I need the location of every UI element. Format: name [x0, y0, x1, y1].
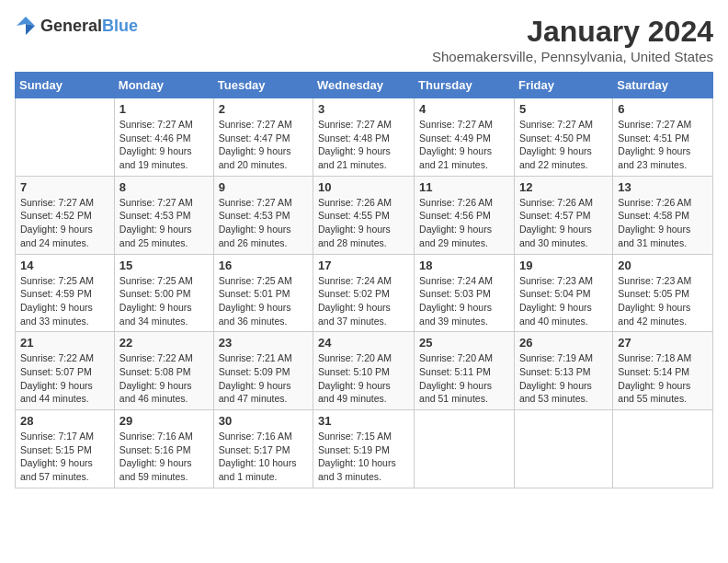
- day-number: 17: [318, 259, 409, 272]
- day-number: 1: [119, 102, 209, 116]
- day-header-saturday: Saturday: [613, 73, 713, 98]
- day-info: Sunrise: 7:27 AMSunset: 4:48 PMDaylight:…: [318, 118, 409, 172]
- day-number: 19: [519, 259, 608, 272]
- day-number: 18: [419, 259, 509, 272]
- logo-icon: [15, 15, 37, 37]
- calendar-cell: 14Sunrise: 7:25 AMSunset: 4:59 PMDayligh…: [16, 254, 115, 332]
- calendar-cell: 15Sunrise: 7:25 AMSunset: 5:00 PMDayligh…: [114, 254, 213, 332]
- day-number: 20: [618, 259, 708, 272]
- day-header-sunday: Sunday: [16, 73, 115, 98]
- calendar-cell: 28Sunrise: 7:17 AMSunset: 5:15 PMDayligh…: [16, 410, 115, 488]
- day-info: Sunrise: 7:25 AMSunset: 4:59 PMDaylight:…: [20, 274, 109, 328]
- calendar-cell: 25Sunrise: 7:20 AMSunset: 5:11 PMDayligh…: [415, 332, 515, 410]
- day-number: 30: [219, 414, 308, 428]
- day-number: 13: [618, 180, 708, 194]
- calendar-cell: 13Sunrise: 7:26 AMSunset: 4:58 PMDayligh…: [613, 176, 713, 254]
- calendar-cell: 8Sunrise: 7:27 AMSunset: 4:53 PMDaylight…: [114, 176, 213, 254]
- day-info: Sunrise: 7:20 AMSunset: 5:11 PMDaylight:…: [419, 351, 509, 406]
- day-info: Sunrise: 7:16 AMSunset: 5:16 PMDaylight:…: [119, 430, 209, 484]
- day-info: Sunrise: 7:15 AMSunset: 5:19 PMDaylight:…: [318, 430, 409, 484]
- title-area: January 2024 Shoemakersville, Pennsylvan…: [432, 15, 713, 64]
- day-header-thursday: Thursday: [415, 73, 515, 98]
- day-number: 26: [519, 336, 608, 350]
- day-number: 12: [519, 180, 608, 194]
- week-row-0: 1Sunrise: 7:27 AMSunset: 4:46 PMDaylight…: [16, 98, 713, 177]
- calendar-cell: 29Sunrise: 7:16 AMSunset: 5:16 PMDayligh…: [114, 410, 213, 488]
- month-title: January 2024: [432, 15, 713, 49]
- header: GeneralBlue January 2024 Shoemakersville…: [15, 15, 713, 64]
- calendar-cell: 18Sunrise: 7:24 AMSunset: 5:03 PMDayligh…: [415, 254, 515, 332]
- calendar-cell: 12Sunrise: 7:26 AMSunset: 4:57 PMDayligh…: [514, 176, 612, 254]
- calendar-cell: 20Sunrise: 7:23 AMSunset: 5:05 PMDayligh…: [613, 254, 713, 332]
- day-info: Sunrise: 7:22 AMSunset: 5:07 PMDaylight:…: [20, 351, 109, 406]
- day-info: Sunrise: 7:21 AMSunset: 5:09 PMDaylight:…: [219, 351, 308, 406]
- day-info: Sunrise: 7:27 AMSunset: 4:49 PMDaylight:…: [419, 118, 509, 172]
- calendar-cell: 3Sunrise: 7:27 AMSunset: 4:48 PMDaylight…: [313, 98, 415, 177]
- day-info: Sunrise: 7:25 AMSunset: 5:00 PMDaylight:…: [119, 274, 209, 328]
- day-number: 10: [318, 180, 409, 194]
- day-info: Sunrise: 7:20 AMSunset: 5:10 PMDaylight:…: [318, 351, 409, 406]
- calendar-cell: 10Sunrise: 7:26 AMSunset: 4:55 PMDayligh…: [313, 176, 415, 254]
- day-number: 2: [219, 102, 308, 116]
- day-header-tuesday: Tuesday: [213, 73, 313, 98]
- location-subtitle: Shoemakersville, Pennsylvania, United St…: [432, 49, 713, 64]
- day-info: Sunrise: 7:24 AMSunset: 5:02 PMDaylight:…: [318, 274, 409, 328]
- day-info: Sunrise: 7:24 AMSunset: 5:03 PMDaylight:…: [419, 274, 509, 328]
- day-number: 6: [618, 102, 708, 116]
- calendar-cell: 2Sunrise: 7:27 AMSunset: 4:47 PMDaylight…: [213, 98, 313, 177]
- day-info: Sunrise: 7:26 AMSunset: 4:56 PMDaylight:…: [419, 196, 509, 250]
- svg-marker-1: [26, 24, 35, 35]
- day-info: Sunrise: 7:16 AMSunset: 5:17 PMDaylight:…: [219, 430, 308, 484]
- day-number: 27: [618, 336, 708, 350]
- day-number: 28: [20, 414, 109, 428]
- calendar-cell: 16Sunrise: 7:25 AMSunset: 5:01 PMDayligh…: [213, 254, 313, 332]
- day-number: 21: [20, 336, 109, 350]
- header-row: SundayMondayTuesdayWednesdayThursdayFrid…: [16, 73, 713, 98]
- week-row-2: 14Sunrise: 7:25 AMSunset: 4:59 PMDayligh…: [16, 254, 713, 332]
- calendar-cell: 30Sunrise: 7:16 AMSunset: 5:17 PMDayligh…: [213, 410, 313, 488]
- day-number: 4: [419, 102, 509, 116]
- day-number: 9: [219, 180, 308, 194]
- day-number: 15: [119, 259, 209, 272]
- day-number: 22: [119, 336, 209, 350]
- day-header-wednesday: Wednesday: [313, 73, 415, 98]
- day-number: 5: [519, 102, 608, 116]
- week-row-3: 21Sunrise: 7:22 AMSunset: 5:07 PMDayligh…: [16, 332, 713, 410]
- day-number: 14: [20, 259, 109, 272]
- day-info: Sunrise: 7:19 AMSunset: 5:13 PMDaylight:…: [519, 351, 608, 406]
- day-info: Sunrise: 7:25 AMSunset: 5:01 PMDaylight:…: [219, 274, 308, 328]
- day-header-friday: Friday: [514, 73, 612, 98]
- calendar-table: SundayMondayTuesdayWednesdayThursdayFrid…: [15, 72, 713, 488]
- calendar-cell: 6Sunrise: 7:27 AMSunset: 4:51 PMDaylight…: [613, 98, 713, 177]
- week-row-4: 28Sunrise: 7:17 AMSunset: 5:15 PMDayligh…: [16, 410, 713, 488]
- calendar-cell: [16, 98, 115, 177]
- day-info: Sunrise: 7:27 AMSunset: 4:52 PMDaylight:…: [20, 196, 109, 250]
- day-number: 11: [419, 180, 509, 194]
- day-info: Sunrise: 7:26 AMSunset: 4:58 PMDaylight:…: [618, 196, 708, 250]
- day-number: 31: [318, 414, 409, 428]
- week-row-1: 7Sunrise: 7:27 AMSunset: 4:52 PMDaylight…: [16, 176, 713, 254]
- day-info: Sunrise: 7:27 AMSunset: 4:50 PMDaylight:…: [519, 118, 608, 172]
- day-info: Sunrise: 7:27 AMSunset: 4:53 PMDaylight:…: [119, 196, 209, 250]
- calendar-cell: 4Sunrise: 7:27 AMSunset: 4:49 PMDaylight…: [415, 98, 515, 177]
- calendar-cell: [415, 410, 515, 488]
- calendar-cell: 27Sunrise: 7:18 AMSunset: 5:14 PMDayligh…: [613, 332, 713, 410]
- day-info: Sunrise: 7:27 AMSunset: 4:47 PMDaylight:…: [219, 118, 308, 172]
- calendar-cell: 7Sunrise: 7:27 AMSunset: 4:52 PMDaylight…: [16, 176, 115, 254]
- day-number: 29: [119, 414, 209, 428]
- day-info: Sunrise: 7:23 AMSunset: 5:04 PMDaylight:…: [519, 274, 608, 328]
- day-header-monday: Monday: [114, 73, 213, 98]
- calendar-cell: [613, 410, 713, 488]
- calendar-cell: 22Sunrise: 7:22 AMSunset: 5:08 PMDayligh…: [114, 332, 213, 410]
- calendar-cell: 26Sunrise: 7:19 AMSunset: 5:13 PMDayligh…: [514, 332, 612, 410]
- day-info: Sunrise: 7:23 AMSunset: 5:05 PMDaylight:…: [618, 274, 708, 328]
- calendar-cell: 11Sunrise: 7:26 AMSunset: 4:56 PMDayligh…: [415, 176, 515, 254]
- day-number: 7: [20, 180, 109, 194]
- day-info: Sunrise: 7:26 AMSunset: 4:55 PMDaylight:…: [318, 196, 409, 250]
- day-info: Sunrise: 7:27 AMSunset: 4:46 PMDaylight:…: [119, 118, 209, 172]
- day-info: Sunrise: 7:26 AMSunset: 4:57 PMDaylight:…: [519, 196, 608, 250]
- day-number: 24: [318, 336, 409, 350]
- calendar-cell: 17Sunrise: 7:24 AMSunset: 5:02 PMDayligh…: [313, 254, 415, 332]
- day-info: Sunrise: 7:22 AMSunset: 5:08 PMDaylight:…: [119, 351, 209, 406]
- day-number: 25: [419, 336, 509, 350]
